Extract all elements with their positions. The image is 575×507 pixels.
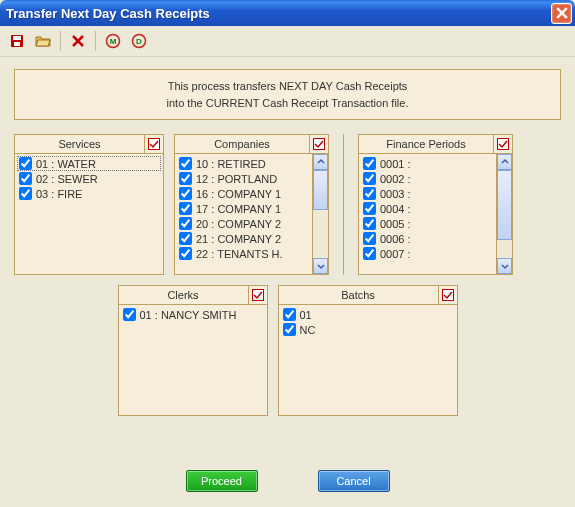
item-label: 03 : FIRE [36,188,82,200]
clerks-checkall-button[interactable] [249,286,267,304]
cancel-button[interactable]: Cancel [318,470,390,492]
item-label: 02 : SEWER [36,173,98,185]
batchs-checkall-button[interactable] [439,286,457,304]
finance-periods-checkall-button[interactable] [494,135,512,153]
finance-periods-title: Finance Periods [359,135,494,153]
toolbar-save-button[interactable] [6,30,28,52]
save-icon [9,33,25,49]
services-list[interactable]: 01 : WATER 02 : SEWER 03 : FIRE [15,154,163,274]
item-checkbox[interactable] [363,187,376,200]
toolbar-separator [95,31,96,51]
item-checkbox[interactable] [179,187,192,200]
item-label: 01 : NANCY SMITH [140,309,237,321]
item-checkbox[interactable] [179,232,192,245]
scroll-up-button[interactable] [313,154,328,170]
scroll-track[interactable] [497,170,512,258]
list-item[interactable]: 0004 : [361,201,494,216]
item-checkbox[interactable] [283,308,296,321]
item-label: 21 : COMPANY 2 [196,233,281,245]
list-item[interactable]: 0007 : [361,246,494,261]
toolbar-open-button[interactable] [32,30,54,52]
item-checkbox[interactable] [179,202,192,215]
scroll-thumb[interactable] [313,170,328,210]
list-item[interactable]: 0003 : [361,186,494,201]
companies-title: Companies [175,135,310,153]
scroll-down-button[interactable] [497,258,512,274]
top-groups-row: Services 01 : WATER 02 : SEWER 03 : FIRE… [14,134,561,275]
item-label: 0006 : [380,233,411,245]
item-label: 0005 : [380,218,411,230]
toolbar-separator [60,31,61,51]
scroll-thumb[interactable] [497,170,512,240]
list-item[interactable]: 12 : PORTLAND [177,171,310,186]
scroll-up-button[interactable] [497,154,512,170]
item-checkbox[interactable] [179,157,192,170]
services-checkall-button[interactable] [145,135,163,153]
toolbar-delete-button[interactable] [67,30,89,52]
folder-open-icon [35,33,51,49]
list-item[interactable]: 10 : RETIRED [177,156,310,171]
batchs-list[interactable]: 01 NC [279,305,457,415]
item-checkbox[interactable] [179,247,192,260]
window-title: Transfer Next Day Cash Receipts [6,6,551,21]
item-checkbox[interactable] [363,232,376,245]
clerks-list[interactable]: 01 : NANCY SMITH [119,305,267,415]
companies-checkall-button[interactable] [310,135,328,153]
circle-d-icon: D [131,33,147,49]
list-item[interactable]: 0001 : [361,156,494,171]
list-item[interactable]: 01 [281,307,455,322]
toolbar: M D [0,26,575,57]
list-item[interactable]: 01 : WATER [17,156,161,171]
toolbar-m-button[interactable]: M [102,30,124,52]
services-group: Services 01 : WATER 02 : SEWER 03 : FIRE [14,134,164,275]
toolbar-d-button[interactable]: D [128,30,150,52]
list-item[interactable]: 01 : NANCY SMITH [121,307,265,322]
list-item[interactable]: 17 : COMPANY 1 [177,201,310,216]
client-area: This process transfers NEXT DAY Cash Rec… [0,57,575,506]
delete-x-icon [70,33,86,49]
chevron-down-icon [317,262,325,270]
scroll-track[interactable] [313,170,328,258]
item-checkbox[interactable] [123,308,136,321]
scroll-down-button[interactable] [313,258,328,274]
item-label: 0007 : [380,248,411,260]
window-titlebar: Transfer Next Day Cash Receipts [0,0,575,26]
finance-periods-list[interactable]: 0001 : 0002 : 0003 : 0004 : 0005 : 0006 … [359,154,496,274]
item-checkbox[interactable] [179,217,192,230]
item-checkbox[interactable] [363,202,376,215]
list-item[interactable]: 22 : TENANTS H. [177,246,310,261]
item-checkbox[interactable] [19,187,32,200]
item-label: 20 : COMPANY 2 [196,218,281,230]
finance-periods-scrollbar[interactable] [496,154,512,274]
item-label: 01 [300,309,312,321]
list-item[interactable]: 20 : COMPANY 2 [177,216,310,231]
proceed-button[interactable]: Proceed [186,470,258,492]
companies-scrollbar[interactable] [312,154,328,274]
item-label: 01 : WATER [36,158,96,170]
list-item[interactable]: 16 : COMPANY 1 [177,186,310,201]
item-checkbox[interactable] [363,247,376,260]
item-checkbox[interactable] [363,157,376,170]
item-label: NC [300,324,316,336]
list-item[interactable]: 21 : COMPANY 2 [177,231,310,246]
list-item[interactable]: 0006 : [361,231,494,246]
item-checkbox[interactable] [363,217,376,230]
list-item[interactable]: 0005 : [361,216,494,231]
window-close-button[interactable] [551,3,572,24]
item-label: 16 : COMPANY 1 [196,188,281,200]
list-item[interactable]: 02 : SEWER [17,171,161,186]
list-item[interactable]: NC [281,322,455,337]
item-checkbox[interactable] [283,323,296,336]
clerks-title: Clerks [119,286,249,304]
item-checkbox[interactable] [363,172,376,185]
item-checkbox[interactable] [19,172,32,185]
circle-m-icon: M [105,33,121,49]
close-icon [556,7,568,19]
list-item[interactable]: 0002 : [361,171,494,186]
item-label: 12 : PORTLAND [196,173,277,185]
item-checkbox[interactable] [19,157,32,170]
companies-list[interactable]: 10 : RETIRED 12 : PORTLAND 16 : COMPANY … [175,154,312,274]
item-label: 0002 : [380,173,411,185]
list-item[interactable]: 03 : FIRE [17,186,161,201]
item-checkbox[interactable] [179,172,192,185]
